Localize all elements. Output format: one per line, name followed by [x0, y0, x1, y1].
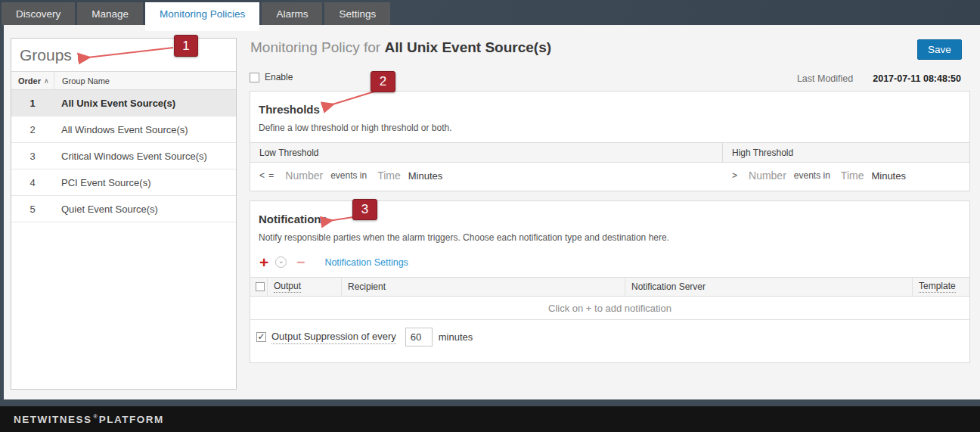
low-events-in-label: events in [330, 170, 367, 181]
column-header-template[interactable]: Template [913, 278, 969, 296]
notifications-description: Notify responsible parties when the alar… [250, 225, 969, 252]
thresholds-description: Define a low threshold or high threshold… [250, 116, 969, 142]
last-modified-value: 2017-07-11 08:48:50 [873, 73, 961, 84]
registered-trademark-icon: ® [94, 414, 98, 419]
high-minutes-label: Minutes [871, 170, 906, 182]
output-suppression-checkbox[interactable] [256, 332, 266, 342]
column-header-recipient[interactable]: Recipient [342, 278, 625, 296]
group-name: Critical Windows Event Source(s) [54, 151, 207, 162]
group-row-pci[interactable]: 4 PCI Event Source(s) [11, 169, 236, 196]
footer-bar: NETWITNESS®PLATFORM [0, 406, 980, 432]
last-modified-label: Last Modified [797, 73, 853, 84]
save-button[interactable]: Save [917, 39, 962, 60]
sort-ascending-icon: ∧ [44, 77, 49, 85]
enable-label: Enable [265, 72, 293, 82]
group-order: 2 [11, 124, 54, 135]
low-threshold-number-field[interactable]: Number [285, 169, 323, 182]
group-name: All Windows Event Source(s) [54, 124, 188, 135]
suppression-unit-label: minutes [439, 331, 473, 343]
column-header-group-name[interactable]: Group Name [54, 72, 236, 89]
thresholds-table-row: < = Number events in Time Minutes > Numb… [250, 163, 969, 188]
netwitness-platform-logo: NETWITNESS®PLATFORM [14, 414, 164, 425]
tab-settings[interactable]: Settings [324, 2, 390, 25]
output-suppression-label: Output Suppression of every [271, 331, 396, 344]
page-title-subject: All Unix Event Source(s) [384, 39, 551, 55]
group-name: Quiet Event Source(s) [54, 204, 158, 215]
column-header-notification-server[interactable]: Notification Server [625, 278, 913, 296]
tab-manage[interactable]: Manage [77, 2, 143, 25]
column-header-order[interactable]: Order ∧ [11, 76, 54, 85]
notifications-toolbar: + ⌄ − Notification Settings [250, 252, 969, 277]
enable-policy-row: Enable [250, 72, 293, 82]
tab-alarms[interactable]: Alarms [262, 2, 322, 25]
callout-badge-2: 2 [371, 71, 395, 92]
thresholds-heading: Thresholds [250, 92, 969, 116]
select-all-cell [250, 278, 268, 296]
notification-settings-link[interactable]: Notification Settings [324, 257, 408, 268]
low-threshold-operator: < = [259, 170, 274, 181]
thresholds-table-header: Low Threshold High Threshold [250, 142, 969, 163]
footer-accent-strip [0, 399, 980, 406]
notifications-table-header: Output Recipient Notification Server Tem… [250, 277, 969, 297]
notifications-empty-message: Click on + to add notification [250, 297, 969, 320]
low-threshold-time-field[interactable]: Time [377, 169, 401, 182]
tab-monitoring-policies[interactable]: Monitoring Policies [145, 2, 259, 31]
callout-badge-1: 1 [174, 35, 198, 57]
groups-panel-title: Groups [11, 39, 236, 71]
column-header-output[interactable]: Output [268, 278, 342, 296]
last-modified: Last Modified 2017-07-11 08:48:50 [797, 73, 961, 84]
add-options-chevron-down-icon[interactable]: ⌄ [275, 256, 287, 268]
page-title: Monitoring Policy for All Unix Event Sou… [250, 39, 551, 56]
groups-panel: Groups Order ∧ Group Name 1 All Unix Eve… [11, 38, 237, 390]
order-column-label: Order [18, 76, 41, 85]
high-threshold-time-field[interactable]: Time [841, 169, 864, 182]
callout-badge-3: 3 [352, 199, 377, 220]
low-minutes-label: Minutes [408, 170, 443, 182]
group-order: 1 [11, 98, 54, 109]
add-notification-icon[interactable]: + [259, 257, 268, 268]
high-threshold-operator: > [732, 170, 738, 181]
group-row-all-unix[interactable]: 1 All Unix Event Source(s) [11, 90, 236, 117]
group-row-all-windows[interactable]: 2 All Windows Event Source(s) [11, 117, 236, 143]
group-row-quiet[interactable]: 5 Quiet Event Source(s) [11, 196, 236, 222]
brand-name: NETWITNESS [14, 414, 92, 425]
low-threshold-header: Low Threshold [250, 143, 723, 162]
remove-notification-icon[interactable]: − [296, 258, 305, 267]
page-title-prefix: Monitoring Policy for [250, 39, 384, 55]
thresholds-section: Thresholds Define a low threshold or hig… [250, 91, 970, 191]
suppression-minutes-input[interactable] [405, 328, 433, 347]
group-order: 4 [11, 177, 54, 188]
group-order: 3 [11, 151, 54, 162]
groups-table-header: Order ∧ Group Name [11, 71, 236, 90]
group-name: PCI Event Source(s) [54, 177, 151, 188]
enable-checkbox[interactable] [250, 73, 259, 82]
output-suppression-row: Output Suppression of every minutes [250, 320, 969, 354]
left-edge-strip [0, 25, 4, 399]
high-events-in-label: events in [794, 170, 830, 181]
group-order: 5 [11, 204, 54, 215]
group-row-critical-windows[interactable]: 3 Critical Windows Event Source(s) [11, 143, 236, 169]
tab-discovery[interactable]: Discovery [2, 2, 75, 25]
monitoring-policies-page: Discovery Manage Monitoring Policies Ala… [0, 0, 980, 432]
select-all-checkbox[interactable] [256, 282, 265, 291]
group-name: All Unix Event Source(s) [54, 98, 175, 109]
high-threshold-number-field[interactable]: Number [749, 169, 786, 182]
notifications-section: Notifications Notify responsible parties… [250, 200, 970, 363]
main-tab-bar: Discovery Manage Monitoring Policies Ala… [2, 2, 390, 31]
low-threshold-cell: < = Number events in Time Minutes [250, 163, 723, 188]
template-column-label: Template [919, 281, 956, 293]
brand-platform: PLATFORM [99, 414, 164, 425]
high-threshold-header: High Threshold [723, 143, 969, 162]
high-threshold-cell: > Number events in Time Minutes [723, 163, 969, 188]
output-column-label: Output [274, 281, 301, 293]
